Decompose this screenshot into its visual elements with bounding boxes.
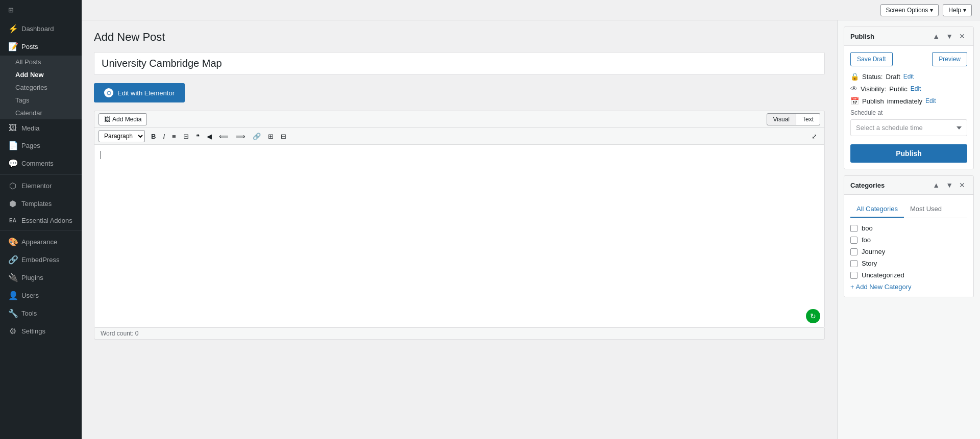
post-title-input[interactable] bbox=[94, 52, 825, 75]
sidebar-item-posts[interactable]: 📝 Posts bbox=[0, 38, 82, 56]
more-button[interactable]: ⊟ bbox=[278, 131, 289, 142]
add-new-category-link[interactable]: + Add New Category bbox=[850, 283, 967, 291]
pages-icon: 📄 bbox=[8, 141, 17, 150]
page-title: Add New Post bbox=[94, 31, 825, 44]
categories-panel-collapse-down[interactable]: ▼ bbox=[944, 180, 955, 190]
publish-button[interactable]: Publish bbox=[850, 144, 967, 163]
plugins-icon: 🔌 bbox=[8, 273, 17, 282]
sidebar-sub-calendar[interactable]: Calendar bbox=[0, 107, 82, 119]
category-story-checkbox[interactable] bbox=[850, 260, 857, 267]
sidebar-item-dashboard[interactable]: ⚡ Dashboard bbox=[0, 20, 82, 38]
all-categories-tab[interactable]: All Categories bbox=[850, 201, 904, 218]
schedule-select[interactable]: Select a schedule time bbox=[850, 119, 967, 136]
status-row: 🔒 Status: Draft Edit bbox=[850, 72, 967, 81]
add-media-button[interactable]: 🖼 Add Media bbox=[99, 113, 147, 125]
category-foo: foo bbox=[850, 236, 967, 244]
category-foo-label: foo bbox=[862, 236, 871, 244]
refresh-icon[interactable]: ↻ bbox=[806, 309, 820, 323]
sidebar-item-users[interactable]: 👤 Users bbox=[0, 287, 82, 304]
sidebar-item-comments[interactable]: 💬 Comments bbox=[0, 154, 82, 172]
align-right-button[interactable]: ⟹ bbox=[233, 131, 249, 142]
blockquote-button[interactable]: ❝ bbox=[193, 131, 203, 142]
editor-toolbar-row: 🖼 Add Media Visual Text bbox=[94, 111, 825, 127]
editor-cursor bbox=[101, 151, 101, 159]
category-boo: boo bbox=[850, 224, 967, 232]
categories-panel-close[interactable]: ✕ bbox=[957, 180, 967, 190]
sidebar-item-pages[interactable]: 📄 Pages bbox=[0, 137, 82, 154]
sidebar-item-appearance[interactable]: 🎨 Appearance bbox=[0, 233, 82, 251]
paragraph-select[interactable]: Paragraph bbox=[99, 130, 145, 142]
sidebar-item-media[interactable]: 🖼 Media bbox=[0, 119, 82, 137]
ea-icon: EA bbox=[8, 218, 17, 223]
visual-tab[interactable]: Visual bbox=[767, 113, 796, 125]
save-draft-button[interactable]: Save Draft bbox=[850, 52, 893, 66]
status-value: Draft bbox=[886, 73, 900, 81]
sidebar-item-plugins[interactable]: 🔌 Plugins bbox=[0, 269, 82, 287]
sidebar-sub-all-posts[interactable]: All Posts bbox=[0, 56, 82, 68]
sidebar-item-settings[interactable]: ⚙ Settings bbox=[0, 322, 82, 340]
publish-panel-close[interactable]: ✕ bbox=[957, 31, 967, 41]
table-button[interactable]: ⊞ bbox=[265, 131, 277, 142]
media-icon: 🖼 bbox=[8, 123, 17, 133]
categories-panel-icons: ▲ ▼ ✕ bbox=[930, 180, 967, 190]
screen-options-button[interactable]: Screen Options ▾ bbox=[880, 4, 939, 16]
publish-time-edit-link[interactable]: Edit bbox=[925, 97, 936, 105]
sidebar-item-elementor[interactable]: ⬡ Elementor bbox=[0, 177, 82, 195]
publish-panel-collapse-down[interactable]: ▼ bbox=[944, 31, 955, 41]
dashboard-icon: ⚡ bbox=[8, 24, 17, 34]
categories-panel-title: Categories bbox=[850, 182, 930, 189]
unordered-list-button[interactable]: ≡ bbox=[169, 131, 179, 142]
sidebar-item-tools[interactable]: 🔧 Tools bbox=[0, 304, 82, 322]
view-toggle: Visual Text bbox=[767, 113, 820, 125]
ordered-list-button[interactable]: ⊟ bbox=[180, 131, 192, 142]
sidebar: ⊞ ⚡ Dashboard 📝 Posts All Posts Add New … bbox=[0, 0, 82, 439]
screen-options-label: Screen Options bbox=[886, 7, 928, 14]
category-journey-checkbox[interactable] bbox=[850, 248, 857, 255]
users-icon: 👤 bbox=[8, 291, 17, 300]
category-journey-label: Journey bbox=[862, 248, 885, 255]
sidebar-item-embedpress[interactable]: 🔗 EmbedPress bbox=[0, 251, 82, 269]
link-button[interactable]: 🔗 bbox=[250, 131, 264, 142]
fullscreen-button[interactable]: ⤢ bbox=[808, 131, 820, 142]
visibility-value: Public bbox=[889, 85, 907, 93]
status-label: Status: bbox=[862, 73, 883, 81]
sidebar-item-label: Templates bbox=[21, 200, 52, 208]
category-uncategorized-checkbox[interactable] bbox=[850, 272, 857, 279]
publish-panel-header: Publish ▲ ▼ ✕ bbox=[844, 27, 973, 46]
text-tab[interactable]: Text bbox=[796, 113, 820, 125]
category-journey: Journey bbox=[850, 248, 967, 255]
publish-panel-collapse-up[interactable]: ▲ bbox=[930, 31, 942, 41]
help-chevron-icon: ▾ bbox=[963, 7, 966, 14]
sidebar-sub-categories[interactable]: Categories bbox=[0, 81, 82, 94]
help-button[interactable]: Help ▾ bbox=[943, 4, 972, 16]
category-story-label: Story bbox=[862, 260, 877, 267]
preview-button[interactable]: Preview bbox=[932, 52, 967, 66]
editor-section: Add New Post ⬡ Edit with Elementor 🖼 Add… bbox=[82, 20, 837, 439]
elementor-btn-icon: ⬡ bbox=[104, 88, 113, 97]
templates-icon: ⬢ bbox=[8, 199, 17, 209]
publish-panel-body: Save Draft Preview 🔒 Status: Draft Edit … bbox=[844, 46, 973, 169]
most-used-tab[interactable]: Most Used bbox=[904, 201, 948, 218]
bold-button[interactable]: B bbox=[148, 131, 159, 142]
sidebar-item-templates[interactable]: ⬢ Templates bbox=[0, 195, 82, 213]
category-boo-label: boo bbox=[862, 224, 873, 232]
visibility-edit-link[interactable]: Edit bbox=[911, 85, 921, 92]
status-edit-link[interactable]: Edit bbox=[903, 73, 914, 80]
sidebar-item-essential-addons[interactable]: EA Essential Addons bbox=[0, 213, 82, 228]
category-foo-checkbox[interactable] bbox=[850, 237, 857, 244]
align-center-button[interactable]: ⟸ bbox=[216, 131, 232, 142]
align-left-button[interactable]: ◀ bbox=[204, 131, 215, 142]
category-boo-checkbox[interactable] bbox=[850, 225, 857, 232]
categories-panel-collapse-up[interactable]: ▲ bbox=[930, 180, 942, 190]
italic-button[interactable]: I bbox=[160, 131, 168, 142]
edit-with-elementor-button[interactable]: ⬡ Edit with Elementor bbox=[94, 83, 185, 102]
sidebar-sub-add-new[interactable]: Add New bbox=[0, 68, 82, 81]
embedpress-icon: 🔗 bbox=[8, 255, 17, 265]
screen-options-chevron-icon: ▾ bbox=[930, 7, 933, 14]
comments-icon: 💬 bbox=[8, 159, 17, 168]
sidebar-sub-tags[interactable]: Tags bbox=[0, 94, 82, 107]
main-area: Screen Options ▾ Help ▾ Add New Post ⬡ E… bbox=[82, 0, 980, 439]
editor-content[interactable]: ↻ bbox=[94, 144, 825, 328]
publish-time-label: Publish bbox=[862, 97, 884, 105]
visibility-icon: 👁 bbox=[850, 85, 857, 93]
